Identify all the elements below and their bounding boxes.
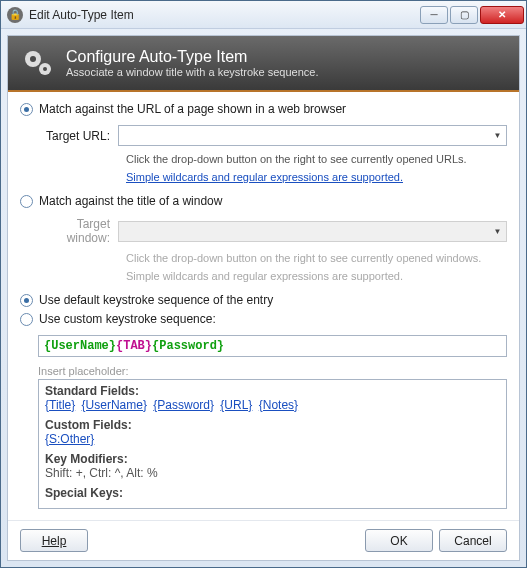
placeholder-password[interactable]: {Password}	[153, 398, 214, 412]
window-title: Edit Auto-Type Item	[29, 8, 420, 22]
help-button[interactable]: Help	[20, 529, 88, 552]
close-button[interactable]: ✕	[480, 6, 524, 24]
placeholder-title[interactable]: {Title}	[45, 398, 75, 412]
match-window-label[interactable]: Match against the title of a window	[39, 194, 222, 208]
special-keys-heading: Special Keys:	[45, 486, 500, 500]
minimize-button[interactable]: ─	[420, 6, 448, 24]
cancel-button[interactable]: Cancel	[439, 529, 507, 552]
banner: Configure Auto-Type Item Associate a win…	[8, 36, 519, 92]
dialog-window: 🔒 Edit Auto-Type Item ─ ▢ ✕ Configure Au…	[0, 0, 527, 568]
key-modifiers-heading: Key Modifiers:	[45, 452, 500, 466]
placeholder-url[interactable]: {URL}	[220, 398, 252, 412]
standard-fields-heading: Standard Fields:	[45, 384, 500, 398]
insert-placeholder-label: Insert placeholder:	[38, 365, 507, 377]
key-modifiers-text: Shift: +, Ctrl: ^, Alt: %	[45, 466, 500, 480]
ok-button[interactable]: OK	[365, 529, 433, 552]
maximize-button[interactable]: ▢	[450, 6, 478, 24]
custom-sequence-radio[interactable]	[20, 313, 33, 326]
placeholder-list[interactable]: Standard Fields: {Title} {UserName} {Pas…	[38, 379, 507, 509]
window-hint2: Simple wildcards and regular expressions…	[126, 270, 507, 282]
default-sequence-radio[interactable]	[20, 294, 33, 307]
banner-subtitle: Associate a window title with a keystrok…	[66, 66, 319, 78]
target-window-label: Target window:	[38, 217, 118, 245]
wildcard-link[interactable]: Simple wildcards and regular expressions…	[126, 171, 403, 183]
placeholder-username[interactable]: {UserName}	[82, 398, 147, 412]
svg-point-1	[30, 56, 36, 62]
placeholder-sother[interactable]: {S:Other}	[45, 432, 94, 446]
url-hint: Click the drop-down button on the right …	[126, 153, 507, 165]
match-window-radio[interactable]	[20, 195, 33, 208]
titlebar[interactable]: 🔒 Edit Auto-Type Item ─ ▢ ✕	[1, 1, 526, 29]
target-url-label: Target URL:	[38, 129, 118, 143]
match-url-radio[interactable]	[20, 103, 33, 116]
dropdown-icon[interactable]: ▼	[489, 126, 506, 145]
window-hint: Click the drop-down button on the right …	[126, 252, 507, 264]
gear-icon	[20, 45, 56, 81]
target-url-combo[interactable]: ▼	[118, 125, 507, 146]
custom-fields-heading: Custom Fields:	[45, 418, 500, 432]
custom-sequence-label[interactable]: Use custom keystroke sequence:	[39, 312, 216, 326]
target-window-combo: ▼	[118, 221, 507, 242]
match-url-label[interactable]: Match against the URL of a page shown in…	[39, 102, 346, 116]
sequence-input[interactable]: {UserName}{TAB}{Password}	[38, 335, 507, 357]
placeholder-notes[interactable]: {Notes}	[259, 398, 298, 412]
dropdown-icon: ▼	[489, 222, 506, 241]
default-sequence-label[interactable]: Use default keystroke sequence of the en…	[39, 293, 273, 307]
banner-title: Configure Auto-Type Item	[66, 48, 319, 66]
app-icon: 🔒	[7, 7, 23, 23]
svg-point-3	[43, 67, 47, 71]
dialog-footer: Help OK Cancel	[8, 520, 519, 560]
